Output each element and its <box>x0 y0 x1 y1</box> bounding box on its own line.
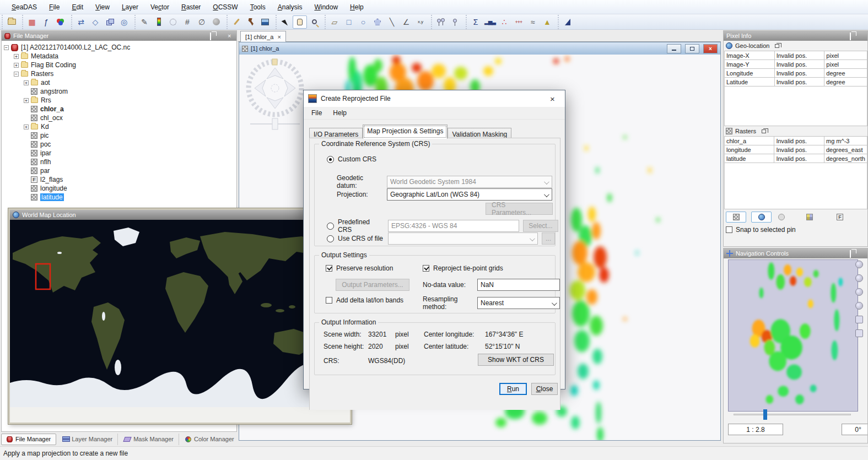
zoom-factor-field[interactable]: 1 : 2.8 <box>728 424 783 435</box>
tree-item-latitude[interactable]: latitude <box>4 193 236 202</box>
tab-chlor-a[interactable]: [1] chlor_a × <box>240 31 286 42</box>
zoom-all-icon[interactable] <box>855 302 863 310</box>
menu-analysis[interactable]: Analysis <box>272 1 309 13</box>
float-icon[interactable] <box>850 33 856 39</box>
rectangle-tool-icon[interactable]: □ <box>342 15 356 29</box>
tree-item-rrs[interactable]: + Rrs <box>4 96 236 105</box>
tree-item-product[interactable]: − [1] A2021217014000.L2_LAC_OC.nc <box>4 43 236 52</box>
spectrum-icon[interactable]: ▲ <box>540 15 554 29</box>
geometry-edit-icon[interactable]: ◇ <box>88 15 103 29</box>
statistics-icon[interactable]: Σ <box>468 15 483 29</box>
polygon-tool-icon[interactable] <box>370 15 385 29</box>
tab-file-manager[interactable]: File Manager <box>1 434 56 445</box>
open-product-icon[interactable] <box>4 15 19 29</box>
import-shape-icon[interactable]: ▱ <box>327 15 342 29</box>
snap-to-pin-row[interactable]: Snap to selected pin <box>724 224 867 236</box>
colour-palette-icon[interactable] <box>152 15 166 29</box>
contour-icon[interactable] <box>166 15 180 29</box>
tab-close-icon[interactable]: × <box>277 34 281 40</box>
predefined-crs-radio[interactable] <box>327 223 334 230</box>
coastline-icon[interactable] <box>244 15 258 29</box>
expand-toggle[interactable]: + <box>24 80 29 85</box>
float-icon[interactable] <box>775 44 779 48</box>
mast-icon[interactable] <box>560 15 575 29</box>
dialog-close-icon[interactable]: × <box>540 91 565 107</box>
nodata-value-field[interactable]: NaN <box>477 279 560 291</box>
restore-icon[interactable] <box>685 44 699 53</box>
show-wkt-button[interactable]: Show WKT of CRS <box>478 354 554 366</box>
image-window-titlebar[interactable]: [1] chlor_a × <box>239 42 720 55</box>
layer-editor-icon[interactable]: ✎ <box>137 15 152 29</box>
tab-mask-manager[interactable]: Mask Manager <box>119 434 179 445</box>
close-icon[interactable]: × <box>228 33 234 39</box>
collapse-toggle[interactable]: − <box>14 72 19 77</box>
collapse-toggle[interactable]: − <box>4 45 9 50</box>
dialog-titlebar[interactable]: Create Reprojected File × <box>304 90 565 107</box>
select-tool-icon[interactable] <box>278 15 293 29</box>
flags-icon[interactable]: F <box>835 214 845 220</box>
custom-crs-radio-row[interactable]: Custom CRS <box>327 155 376 163</box>
pin-tool-icon[interactable] <box>434 15 448 29</box>
geodetic-datum-combo[interactable]: World Geodetic System 1984 <box>387 176 552 188</box>
show-rasters-toggle[interactable] <box>726 212 746 223</box>
tab-color-manager[interactable]: Color Manager <box>180 434 239 445</box>
menu-view[interactable]: View <box>89 1 116 13</box>
bands-grid-icon[interactable]: ▦ <box>25 15 39 29</box>
ellipse-tool-icon[interactable]: ○ <box>356 15 370 29</box>
menu-vector[interactable]: Vector <box>144 1 175 13</box>
line-tool-icon[interactable]: ╲ <box>385 15 399 29</box>
menu-tools[interactable]: Tools <box>244 1 272 13</box>
pin-icon[interactable] <box>219 33 225 39</box>
close-button[interactable]: Close <box>531 383 558 395</box>
menu-edit[interactable]: Edit <box>66 1 89 13</box>
custom-crs-radio[interactable] <box>327 156 334 163</box>
tiepoint-grids-icon[interactable] <box>805 214 815 220</box>
polyline-tool-icon[interactable]: ∠ <box>399 15 413 29</box>
mosaic-icon[interactable]: ◎ <box>117 15 131 29</box>
snap-to-pin-checkbox[interactable] <box>726 226 732 233</box>
browse-crs-file-button[interactable]: ... <box>542 232 555 245</box>
output-parameters-button[interactable]: Output Parameters... <box>336 279 409 291</box>
cursor-sync-icon[interactable] <box>855 329 863 337</box>
pin-icon[interactable] <box>859 251 865 256</box>
float-icon[interactable] <box>762 129 766 133</box>
zoom-slider-track[interactable] <box>734 414 851 415</box>
tree-item-flag-bit-coding[interactable]: + Flag Bit Coding <box>4 61 236 69</box>
tree-item-rasters[interactable]: − Rasters <box>4 69 236 78</box>
predefined-crs-field[interactable]: EPSG:4326 - WGS 84 <box>388 220 519 232</box>
preserve-resolution-row[interactable]: Preserve resolution <box>326 264 393 272</box>
scatter-plot-icon[interactable]: +++ <box>511 15 526 29</box>
minimize-icon[interactable] <box>667 44 681 53</box>
tree-item-nflh[interactable]: nflh <box>4 158 236 166</box>
sync-views-icon[interactable] <box>855 316 863 323</box>
group-windows-icon[interactable] <box>103 15 117 29</box>
world-map-image[interactable] <box>10 220 349 407</box>
menu-seadas[interactable]: SeaDAS <box>6 1 43 13</box>
zoom-in-icon[interactable] <box>855 261 863 268</box>
tree-item-pic[interactable]: pic <box>4 131 236 140</box>
expand-toggle[interactable]: + <box>24 98 29 103</box>
moon-icon[interactable] <box>209 15 223 29</box>
zoom-pixel-icon[interactable] <box>855 288 863 296</box>
profile-plot-icon[interactable]: ≈ <box>526 15 540 29</box>
resampling-combo[interactable]: Nearest <box>477 297 560 309</box>
crs-file-combo[interactable] <box>388 232 538 245</box>
expand-toggle[interactable]: + <box>14 54 19 59</box>
float-icon[interactable] <box>210 33 216 39</box>
expand-toggle[interactable]: + <box>14 63 19 68</box>
tree-item-aot[interactable]: + aot <box>4 78 236 87</box>
pan-rotate-compass-overlay[interactable] <box>244 57 307 131</box>
reproject-tiepoints-checkbox[interactable] <box>423 265 429 272</box>
zoom-slider-handle[interactable] <box>763 409 767 420</box>
tree-item-chl-ocx[interactable]: chl_ocx <box>4 113 236 122</box>
delta-bands-checkbox[interactable] <box>326 297 332 304</box>
no-data-icon[interactable]: ∅ <box>195 15 209 29</box>
tree-item-par[interactable]: par <box>4 166 236 175</box>
menu-raster[interactable]: Raster <box>175 1 207 13</box>
pin-icon[interactable] <box>859 33 865 39</box>
tree-item-ipar[interactable]: ipar <box>4 149 236 158</box>
menu-layer[interactable]: Layer <box>116 1 144 13</box>
pan-tool-icon[interactable] <box>293 15 307 29</box>
text-tool-icon[interactable]: x,y <box>413 15 428 29</box>
band-maths-icon[interactable]: ƒ <box>39 15 53 29</box>
